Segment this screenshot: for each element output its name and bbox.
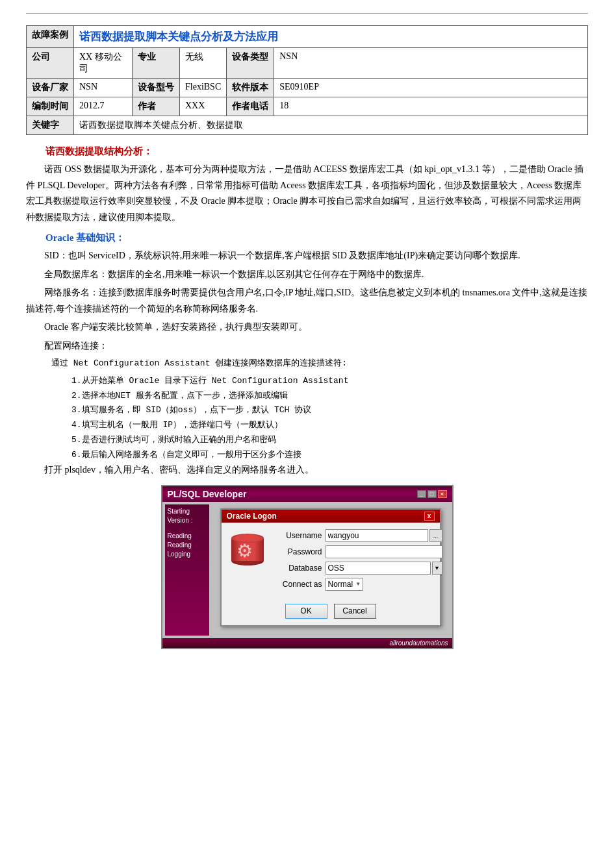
table-row-4: 编制时间 2012.7 作者 XXX 作者电话 18 <box>27 97 588 116</box>
logon-title: Oracle Logon <box>227 512 277 521</box>
oracle-logon-dialog: Oracle Logon x ⚙ <box>220 508 441 626</box>
value-fault-case: 诺西数据提取脚本关键点分析及方法应用 <box>74 26 588 48</box>
plsql-title: PL/SQL Developer <box>168 489 247 499</box>
info-table: 故障案例 诺西数据提取脚本关键点分析及方法应用 公司 XX 移动公司 专业 无线… <box>26 25 588 135</box>
screenshot-container: PL/SQL Developer _ □ × Starting Version … <box>161 485 454 649</box>
logon-close-btn[interactable]: x <box>424 512 435 521</box>
gear-icon: ⚙ <box>237 540 253 562</box>
top-divider <box>26 13 588 14</box>
table-row-1: 故障案例 诺西数据提取脚本关键点分析及方法应用 <box>27 26 588 48</box>
password-row: Password <box>274 545 442 558</box>
label-company: 公司 <box>27 48 74 79</box>
section1-para1: 诺西 OSS 数据提取为开源化，基本可分为两种提取方法，一是借助 ACEESS … <box>26 162 588 225</box>
plsql-close-btn[interactable]: × <box>438 490 447 498</box>
logon-content: ⚙ Username ... Password <box>222 523 440 601</box>
label-specialty: 专业 <box>133 48 180 79</box>
username-input[interactable] <box>326 529 428 542</box>
section2-para-global: 全局数据库名：数据库的全名,用来唯一标识一个数据库,以区别其它任何存在于网络中的… <box>26 267 588 283</box>
username-row: Username ... <box>274 529 442 542</box>
label-device-model: 设备型号 <box>133 79 180 97</box>
label-device-type: 设备类型 <box>227 48 274 79</box>
label-author: 作者 <box>133 97 180 116</box>
connect-as-row: Connect as Normal ▼ <box>274 578 442 591</box>
value-company: XX 移动公司 <box>74 48 133 79</box>
list-item-2: 2.选择本地NET 服务名配置，点下一步，选择添加或编辑 <box>71 389 588 404</box>
connect-as-label: Connect as <box>274 580 322 589</box>
logon-cancel-button[interactable]: Cancel <box>334 604 376 619</box>
section2-heading: Oracle 基础知识： <box>26 232 588 244</box>
plsql-minimize-btn[interactable]: _ <box>417 490 426 498</box>
username-label: Username <box>274 531 322 540</box>
sidebar-spacer <box>168 525 207 532</box>
section2-sub-heading: 通过 Net Configuration Assistant 创建连接网络数据库… <box>26 356 588 371</box>
dropdown-arrow-icon: ▼ <box>355 581 361 587</box>
connect-as-dropdown[interactable]: Normal ▼ <box>326 578 364 591</box>
value-keywords: 诺西数据提取脚本关键点分析、数据提取 <box>74 116 588 135</box>
table-row-5: 关键字 诺西数据提取脚本关键点分析、数据提取 <box>27 116 588 135</box>
section2-para-config: 配置网络连接： <box>26 338 588 354</box>
label-keywords: 关键字 <box>27 116 74 135</box>
password-input[interactable] <box>326 545 442 558</box>
allround-footer: allroundautomations <box>162 638 452 648</box>
list-item-3: 3.填写服务名，即 SID（如oss），点下一步，默认 TCH 协议 <box>71 403 588 418</box>
list-item-6: 6.最后输入网络服务名（自定义即可，一般用于区分多个连接 <box>71 448 588 463</box>
table-row-2: 公司 XX 移动公司 专业 无线 设备类型 NSN <box>27 48 588 79</box>
username-browse-btn[interactable]: ... <box>429 529 442 542</box>
numbered-list: 1.从开始菜单 Oracle 目录下运行 Net Configuration A… <box>71 374 588 463</box>
sidebar-reading2: Reading <box>168 541 207 550</box>
sidebar-starting: Starting <box>168 507 207 516</box>
section2-para-client: Oracle 客户端安装比较简单，选好安装路径，执行典型安装即可。 <box>26 319 588 336</box>
sidebar-reading1: Reading <box>168 532 207 541</box>
section2-para-network: 网络服务名：连接到数据库服务时需要提供包含用户名,口令,IP 地址,端口,SID… <box>26 285 588 317</box>
password-label: Password <box>274 547 322 556</box>
plsql-body: Starting Version : Reading Reading Loggi… <box>162 502 452 638</box>
table-row-3: 设备厂家 NSN 设备型号 FlexiBSC 软件版本 SE0910EP <box>27 79 588 97</box>
section1-heading: 诺西数据提取结构分析： <box>26 145 588 158</box>
database-row: Database ▼ <box>274 562 442 575</box>
label-fault-case: 故障案例 <box>27 26 74 48</box>
value-manufacturer: NSN <box>74 79 133 97</box>
database-icon: ⚙ <box>231 534 264 569</box>
database-input[interactable] <box>326 562 431 575</box>
logon-fields: Username ... Password Database <box>274 529 442 594</box>
database-label: Database <box>274 564 322 573</box>
logon-buttons: OK Cancel <box>222 601 440 625</box>
connect-as-value: Normal <box>328 580 353 589</box>
sidebar-version: Version : <box>168 516 207 525</box>
plsql-sidebar: Starting Version : Reading Reading Loggi… <box>165 504 209 636</box>
section2-para-sid: SID：也叫 ServiceID，系统标识符,用来唯一标识一个数据库,客户端根据… <box>26 248 588 264</box>
section2-last-para: 打开 plsqldev，输入用户名、密码、选择自定义的网络服务名进入。 <box>26 462 588 478</box>
plsql-main-area: Oracle Logon x ⚙ <box>212 504 450 636</box>
sidebar-logging: Logging <box>168 550 207 559</box>
logon-db-icon: ⚙ <box>228 529 267 575</box>
database-dropdown-btn[interactable]: ▼ <box>432 562 442 575</box>
label-manufacturer: 设备厂家 <box>27 79 74 97</box>
label-software-version: 软件版本 <box>227 79 274 97</box>
value-software-version: SE0910EP <box>274 79 588 97</box>
label-date: 编制时间 <box>27 97 74 116</box>
list-item-5: 5.是否进行测试均可，测试时输入正确的用户名和密码 <box>71 433 588 448</box>
value-device-type: NSN <box>274 48 588 79</box>
value-specialty: 无线 <box>180 48 227 79</box>
value-device-model: FlexiBSC <box>180 79 227 97</box>
value-phone: 18 <box>274 97 588 116</box>
label-phone: 作者电话 <box>227 97 274 116</box>
logon-ok-button[interactable]: OK <box>285 604 327 619</box>
list-item-1: 1.从开始菜单 Oracle 目录下运行 Net Configuration A… <box>71 374 588 389</box>
logon-titlebar: Oracle Logon x <box>222 510 440 523</box>
value-author: XXX <box>180 97 227 116</box>
plsql-maximize-btn[interactable]: □ <box>428 490 437 498</box>
list-item-4: 4.填写主机名（一般用 IP），选择端口号（一般默认） <box>71 418 588 433</box>
value-date: 2012.7 <box>74 97 133 116</box>
plsql-titlebar: PL/SQL Developer _ □ × <box>162 486 452 502</box>
